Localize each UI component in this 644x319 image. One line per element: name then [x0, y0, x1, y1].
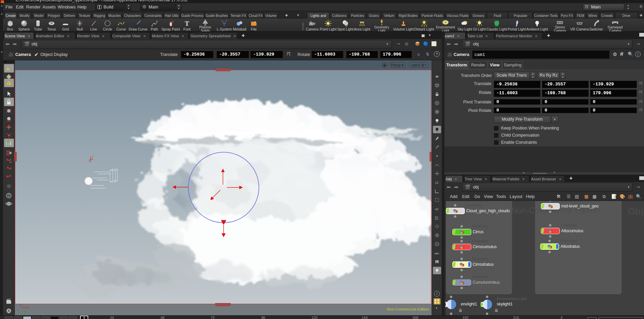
svg-text:T: T — [185, 20, 189, 27]
svg-text:12: 12 — [435, 181, 438, 184]
svg-text:abc: abc — [435, 252, 439, 255]
svg-text:x: x — [27, 305, 29, 309]
svg-text:42: 42 — [435, 207, 438, 211]
svg-text:z: z — [20, 303, 21, 307]
